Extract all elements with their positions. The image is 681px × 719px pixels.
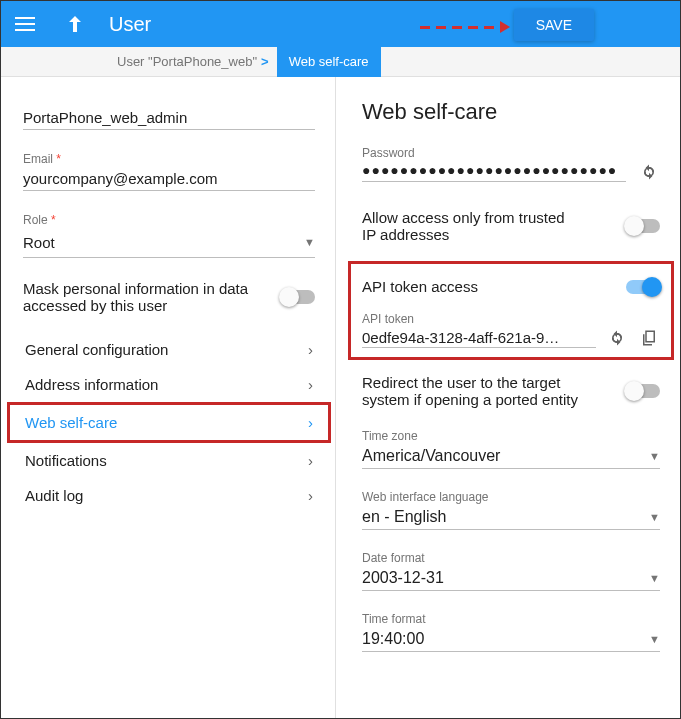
date-format-select[interactable]: 2003-12-31 ▼ xyxy=(362,566,660,591)
nav-web-self-care[interactable]: Web self-care › xyxy=(23,405,315,440)
chevron-down-icon: ▼ xyxy=(649,450,660,462)
app-header: User SAVE xyxy=(1,1,680,47)
time-format-label: Time format xyxy=(362,612,426,626)
chevron-right-icon: › xyxy=(308,414,313,431)
chevron-right-icon: > xyxy=(261,54,269,69)
password-label: Password xyxy=(362,146,415,160)
chevron-down-icon: ▼ xyxy=(649,572,660,584)
api-token-field[interactable]: 0edfe94a-3128-4aff-621a-9… xyxy=(362,329,596,348)
trusted-ip-toggle[interactable] xyxy=(626,219,660,233)
breadcrumb-parent[interactable]: User "PortaPhone_web" xyxy=(117,54,257,69)
nav-notifications[interactable]: Notifications › xyxy=(23,443,315,478)
nav-address-information[interactable]: Address information › xyxy=(23,367,315,402)
left-panel: Email Role Root ▼ Mask personal informat… xyxy=(1,77,336,718)
trusted-ip-label: Allow access only from trusted IP addres… xyxy=(362,209,582,243)
role-label: Role xyxy=(23,213,315,227)
refresh-icon[interactable] xyxy=(606,327,628,349)
nav-label: General configuration xyxy=(25,341,168,358)
timezone-value: America/Vancouver xyxy=(362,447,649,465)
breadcrumb: User "PortaPhone_web" > Web self-care xyxy=(1,47,680,77)
email-field[interactable] xyxy=(23,166,315,191)
api-token-label: API token xyxy=(362,312,414,326)
up-arrow-icon[interactable] xyxy=(61,10,89,38)
nav-label: Address information xyxy=(25,376,158,393)
right-panel: Web self-care Password ●●●●●●●●●●●●●●●●●… xyxy=(336,77,680,718)
language-select[interactable]: en - English ▼ xyxy=(362,505,660,530)
content: Email Role Root ▼ Mask personal informat… xyxy=(1,77,680,718)
nav-label: Audit log xyxy=(25,487,83,504)
chevron-right-icon: › xyxy=(308,341,313,358)
email-label: Email xyxy=(23,152,315,166)
refresh-icon[interactable] xyxy=(638,161,660,183)
redirect-toggle[interactable] xyxy=(626,384,660,398)
nav-label: Web self-care xyxy=(25,414,117,431)
redirect-label: Redirect the user to the target system i… xyxy=(362,374,592,408)
annotation-highlight: API token access API token 0edfe94a-3128… xyxy=(348,261,674,360)
annotation-highlight: Web self-care › xyxy=(7,402,331,443)
menu-icon[interactable] xyxy=(11,10,39,38)
mask-label: Mask personal information in data access… xyxy=(23,280,253,314)
timezone-label: Time zone xyxy=(362,429,418,443)
role-value: Root xyxy=(23,230,304,254)
api-access-label: API token access xyxy=(362,278,478,295)
password-field[interactable]: ●●●●●●●●●●●●●●●●●●●●●●●●●●● xyxy=(362,162,626,182)
chevron-right-icon: › xyxy=(308,376,313,393)
breadcrumb-current: Web self-care xyxy=(277,47,381,77)
language-label: Web interface language xyxy=(362,490,489,504)
date-format-label: Date format xyxy=(362,551,425,565)
date-format-value: 2003-12-31 xyxy=(362,569,649,587)
mask-toggle[interactable] xyxy=(281,290,315,304)
chevron-right-icon: › xyxy=(308,452,313,469)
time-format-value: 19:40:00 xyxy=(362,630,649,648)
api-access-toggle[interactable] xyxy=(626,280,660,294)
section-title: Web self-care xyxy=(362,99,660,125)
copy-icon[interactable] xyxy=(638,327,660,349)
time-format-select[interactable]: 19:40:00 ▼ xyxy=(362,627,660,652)
chevron-right-icon: › xyxy=(308,487,313,504)
nav-general-configuration[interactable]: General configuration › xyxy=(23,332,315,367)
page-title: User xyxy=(109,13,151,36)
chevron-down-icon: ▼ xyxy=(304,236,315,248)
chevron-down-icon: ▼ xyxy=(649,633,660,645)
nav-audit-log[interactable]: Audit log › xyxy=(23,478,315,513)
nav-label: Notifications xyxy=(25,452,107,469)
username-field[interactable] xyxy=(23,105,315,130)
role-select[interactable]: Root ▼ xyxy=(23,227,315,258)
chevron-down-icon: ▼ xyxy=(649,511,660,523)
save-button[interactable]: SAVE xyxy=(514,9,594,41)
timezone-select[interactable]: America/Vancouver ▼ xyxy=(362,444,660,469)
annotation-arrow xyxy=(420,21,510,33)
language-value: en - English xyxy=(362,508,649,526)
